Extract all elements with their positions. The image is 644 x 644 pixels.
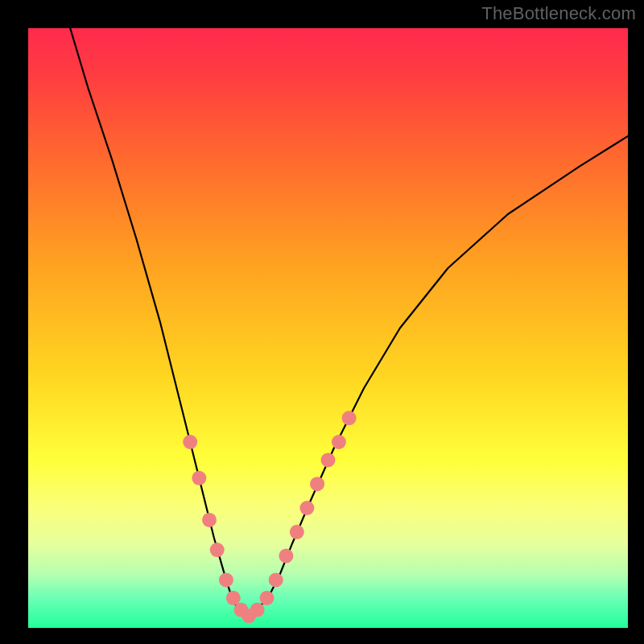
highlight-beads (183, 411, 356, 623)
highlight-bead (219, 572, 233, 587)
chart-frame: TheBottleneck.com (0, 0, 644, 644)
highlight-bead (202, 513, 217, 527)
highlight-bead (310, 477, 324, 491)
highlight-bead (183, 435, 197, 449)
plot-svg (28, 28, 628, 628)
highlight-bead (342, 411, 357, 425)
highlight-bead (321, 452, 336, 467)
highlight-bead (210, 543, 225, 557)
plot-area (28, 28, 628, 628)
highlight-bead (299, 501, 314, 515)
highlight-bead (290, 525, 304, 539)
bottleneck-curve (70, 28, 628, 616)
watermark-text: TheBottleneck.com (481, 3, 636, 24)
highlight-bead (192, 471, 206, 485)
highlight-bead (250, 603, 265, 617)
highlight-bead (226, 591, 241, 605)
highlight-bead (279, 549, 293, 564)
highlight-bead (260, 591, 275, 605)
highlight-bead (269, 572, 283, 587)
highlight-bead (332, 435, 346, 449)
